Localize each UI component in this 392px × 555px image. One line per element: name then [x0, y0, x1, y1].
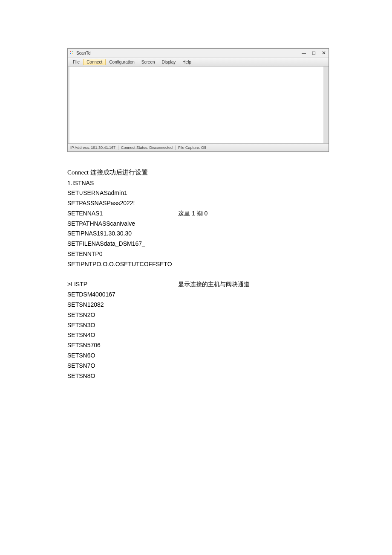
- status-capture: File Capture: Off: [176, 145, 329, 150]
- doc-line: SETIPNTPO.O.O.OSETUTCOFFSETO: [67, 259, 331, 270]
- doc-line: SETFILENASdata_DSM167_: [67, 239, 331, 249]
- menubar: File Connect Configuration Screen Displa…: [68, 57, 329, 67]
- doc-line: SETPATHNASScanivalve: [67, 219, 331, 229]
- status-ip: IP Address: 191.30.41.167: [68, 145, 118, 150]
- window-title: ScanTel: [76, 51, 302, 55]
- menu-screen[interactable]: Screen: [138, 59, 159, 65]
- doc-line: SETSN6O: [67, 351, 331, 361]
- close-button[interactable]: ✕: [322, 50, 326, 56]
- doc-line: SETENNTP0: [67, 249, 331, 259]
- doc-line: SETSN7O: [67, 361, 331, 371]
- menu-configuration[interactable]: Configuration: [106, 59, 138, 65]
- doc-line: SETPASSNASPass2022!: [67, 198, 331, 209]
- doc-line: SETSN3O: [67, 320, 331, 331]
- document-body: Connect 连接成功后进行设置 1.ISTNAS SET∪SERNASadm…: [67, 167, 331, 381]
- doc-line: >LISTP: [67, 279, 178, 290]
- status-connection: Connect Status: Disconnected: [118, 145, 176, 150]
- doc-heading: Connect 连接成功后进行设置: [67, 167, 331, 178]
- doc-line: SETIPNAS191.30.30.30: [67, 229, 331, 239]
- doc-line: SETSN2O: [67, 310, 331, 320]
- menu-file[interactable]: File: [69, 59, 83, 65]
- app-window: ScanTel — ☐ ✕ File Connect Configuration…: [67, 48, 329, 152]
- doc-line: SETSN12082: [67, 300, 331, 310]
- doc-line: SETENNAS1: [67, 209, 178, 219]
- app-icon: [70, 51, 75, 55]
- doc-line: SETSN4O: [67, 330, 331, 340]
- doc-line: SETSN5706: [67, 340, 331, 351]
- titlebar: ScanTel — ☐ ✕: [68, 49, 329, 57]
- maximize-button[interactable]: ☐: [312, 51, 316, 55]
- menu-display[interactable]: Display: [159, 59, 179, 65]
- terminal-area[interactable]: [68, 67, 329, 143]
- doc-line: SET∪SERNASadmin1: [67, 188, 331, 198]
- doc-annotation: 显示连接的主机与阀块通道: [178, 279, 331, 290]
- menu-help[interactable]: Help: [179, 59, 195, 65]
- doc-line: SETDSM4000167: [67, 290, 331, 300]
- menu-connect[interactable]: Connect: [83, 59, 106, 65]
- statusbar: IP Address: 191.30.41.167 Connect Status…: [68, 143, 329, 151]
- doc-line: 1.ISTNAS: [67, 178, 331, 189]
- doc-line: SETSN8O: [67, 371, 331, 381]
- doc-annotation: 这里 1 蜘 0: [178, 209, 331, 219]
- minimize-button[interactable]: —: [302, 51, 306, 55]
- window-controls: — ☐ ✕: [302, 50, 326, 56]
